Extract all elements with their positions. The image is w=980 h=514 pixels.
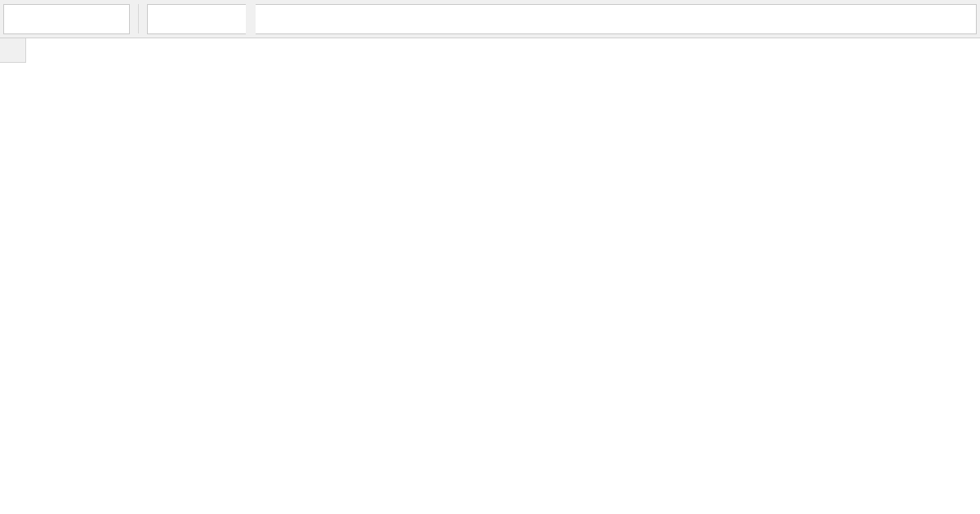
- formula-input[interactable]: [256, 4, 977, 34]
- spreadsheet-grid: [0, 38, 980, 514]
- insert-function-button[interactable]: [213, 4, 246, 33]
- formula-bar: [0, 0, 980, 38]
- cancel-button[interactable]: [148, 4, 180, 33]
- select-all-corner[interactable]: [0, 38, 26, 63]
- right-area: [26, 38, 980, 514]
- separator: [138, 4, 139, 33]
- name-box[interactable]: [3, 4, 130, 34]
- left-column: [0, 38, 26, 514]
- formula-buttons: [147, 4, 246, 34]
- column-headers: [26, 38, 980, 63]
- confirm-button[interactable]: [180, 4, 213, 33]
